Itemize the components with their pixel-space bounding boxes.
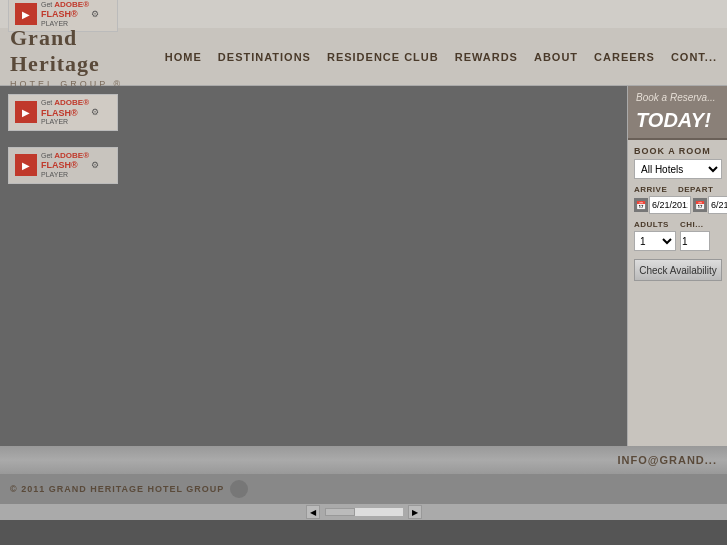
arrive-group: 📅 — [634, 196, 691, 214]
today-banner: TODAY! — [628, 107, 727, 140]
logo-title[interactable]: Grand Heritage — [10, 25, 165, 77]
scroll-track[interactable] — [324, 507, 404, 517]
arrive-calendar-icon[interactable]: 📅 — [634, 198, 648, 212]
nav-rewards[interactable]: REWARDS — [455, 51, 518, 63]
hotel-select[interactable]: All Hotels — [634, 159, 722, 179]
depart-group: 📅 — [693, 196, 727, 214]
book-room-label: BOOK A ROOM — [634, 146, 721, 156]
flash-settings-icon-3: ⚙ — [91, 160, 99, 170]
book-form: BOOK A ROOM All Hotels ARRIVE DEPART 📅 📅 — [628, 140, 727, 287]
flash-settings-icon: ⚙ — [91, 9, 99, 19]
content-fill — [0, 192, 627, 446]
third-flash-area: Get ADOBE® FLASH® PLAYER ⚙ — [0, 139, 627, 192]
nav-destinations[interactable]: DESTINATIONS — [218, 51, 311, 63]
dates-row: 📅 📅 — [634, 196, 721, 214]
depart-date-input[interactable] — [708, 196, 727, 214]
info-bar: INFO@GRAND... — [0, 446, 727, 474]
adults-children-row: 1 2 3 4 — [634, 231, 721, 251]
flash-text-3: Get ADOBE® FLASH® PLAYER — [41, 151, 89, 180]
depart-label: DEPART — [678, 185, 713, 194]
adults-select[interactable]: 1 2 3 4 — [634, 231, 676, 251]
second-flash-area: Get ADOBE® FLASH® PLAYER ⚙ — [0, 86, 627, 139]
flash-icon — [15, 3, 37, 25]
flash-icon-2 — [15, 101, 37, 123]
children-input[interactable] — [680, 231, 710, 251]
nav-residence-club[interactable]: RESIDENCE CLUB — [327, 51, 439, 63]
globe-icon — [230, 480, 248, 498]
flash-banner-second[interactable]: Get ADOBE® FLASH® PLAYER ⚙ — [8, 94, 118, 131]
footer: © 2011 GRAND HERITAGE HOTEL GROUP — [0, 474, 727, 504]
nav-about[interactable]: ABOUT — [534, 51, 578, 63]
footer-copyright: © 2011 GRAND HERITAGE HOTEL GROUP — [10, 484, 224, 494]
nav-home[interactable]: HOME — [165, 51, 202, 63]
nav-contact[interactable]: CONT... — [671, 51, 717, 63]
scroll-right-button[interactable]: ▶ — [408, 505, 422, 519]
arrive-label: ARRIVE — [634, 185, 676, 194]
flash-settings-icon-2: ⚙ — [91, 107, 99, 117]
booking-sidebar: Book a Reserva... TODAY! BOOK A ROOM All… — [627, 86, 727, 446]
scrollbar-area: ◀ ▶ — [0, 504, 727, 520]
flash-icon-3 — [15, 154, 37, 176]
flash-text-2: Get ADOBE® FLASH® PLAYER — [41, 98, 89, 127]
info-email: INFO@GRAND... — [617, 454, 717, 466]
header: Grand Heritage HOTEL GROUP ® HOME DESTIN… — [0, 28, 727, 86]
main-content: Get ADOBE® FLASH® PLAYER ⚙ Get ADOBE® FL… — [0, 86, 727, 446]
depart-calendar-icon[interactable]: 📅 — [693, 198, 707, 212]
arrive-date-input[interactable] — [649, 196, 691, 214]
check-availability-button[interactable]: Check Availability — [634, 259, 722, 281]
children-label: CHI... — [680, 220, 703, 229]
nav-careers[interactable]: CAREERS — [594, 51, 655, 63]
content-area: Get ADOBE® FLASH® PLAYER ⚙ Get ADOBE® FL… — [0, 86, 627, 446]
main-nav: HOME DESTINATIONS RESIDENCE CLUB REWARDS… — [165, 51, 717, 63]
flash-banner-third[interactable]: Get ADOBE® FLASH® PLAYER ⚙ — [8, 147, 118, 184]
scroll-left-button[interactable]: ◀ — [306, 505, 320, 519]
adults-children-labels: ADULTS CHI... — [634, 220, 721, 229]
book-header: Book a Reserva... — [628, 86, 727, 107]
logo-area: Grand Heritage HOTEL GROUP ® — [10, 25, 165, 89]
date-labels-row: ARRIVE DEPART — [634, 185, 721, 194]
scroll-thumb[interactable] — [325, 508, 355, 516]
adults-label: ADULTS — [634, 220, 678, 229]
